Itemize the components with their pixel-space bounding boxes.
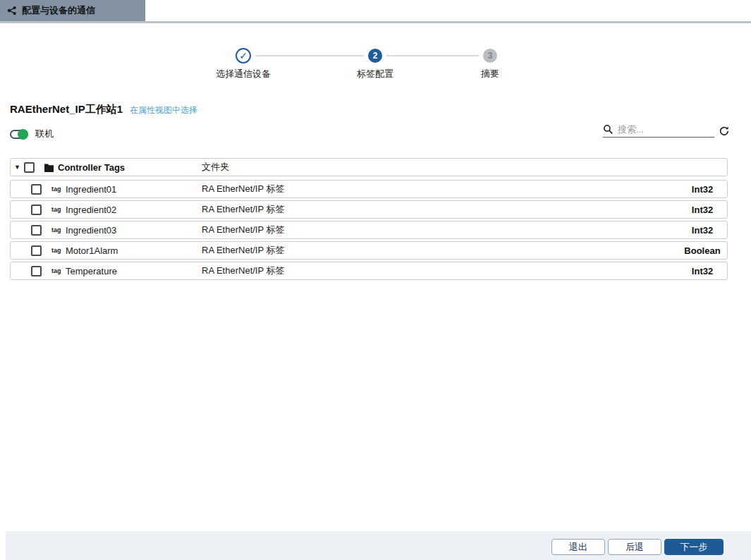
tag-name: Temperature [66,262,117,279]
tag-row[interactable]: tag Motor1Alarm RA EtherNet/IP 标签 Boolea… [10,241,728,260]
tag-checkbox[interactable] [31,184,42,195]
tag-name: Ingredient03 [66,221,116,238]
search-input[interactable] [618,124,714,135]
step-3-number: 3 [488,51,493,61]
check-icon: ✓ [239,50,248,61]
tag-checkbox[interactable] [31,245,42,256]
select-in-properties-link[interactable]: 在属性视图中选择 [130,104,197,116]
search-icon [603,124,613,135]
wizard-page: 配置与设备的通信 ✓ 2 3 选择通信设备 标签配置 摘要 RAEtherNet… [0,0,751,560]
step-2-number: 2 [373,51,378,61]
step-3-circle-upcoming: 3 [483,49,497,63]
tab-device-communication[interactable]: 配置与设备的通信 [0,0,145,21]
tag-datatype: Int32 [657,221,748,238]
tag-type: RA EtherNet/IP 标签 [202,262,285,279]
tag-checkbox[interactable] [31,205,42,215]
tag-row[interactable]: tag Ingredient02 RA EtherNet/IP 标签 Int32 [10,200,728,219]
folder-name: Controller Tags [58,159,125,176]
tag-type: RA EtherNet/IP 标签 [202,221,285,238]
refresh-icon [719,126,731,137]
tag-icon: tag [51,221,61,238]
toggle-knob [18,129,28,140]
next-button[interactable]: 下一步 [664,539,723,555]
step-1-label: 选择通信设备 [216,68,271,80]
tag-checkbox[interactable] [31,266,42,276]
tag-icon: tag [51,262,61,279]
tag-name: Motor1Alarm [66,242,118,259]
caret-down-icon[interactable]: ▼ [14,159,20,176]
tag-icon: tag [51,242,61,259]
tag-datatype: Int32 [657,201,748,218]
tag-row[interactable]: tag Ingredient01 RA EtherNet/IP 标签 Int32 [10,180,728,198]
tag-type: RA EtherNet/IP 标签 [202,242,285,259]
tag-name: Ingredient02 [66,201,116,218]
step-3-label: 摘要 [481,68,499,80]
tag-datatype: Boolean [657,242,748,259]
tag-datatype: Int32 [657,181,748,197]
online-toggle-row: 联机 [10,128,54,140]
tag-row[interactable]: tag Ingredient03 RA EtherNet/IP 标签 Int32 [10,221,728,239]
tag-datatype: Int32 [657,262,748,279]
step-2-label: 标签配置 [357,68,393,80]
back-button[interactable]: 后退 [608,539,661,555]
tag-row[interactable]: tag Temperature RA EtherNet/IP 标签 Int32 [10,262,728,280]
folder-icon [44,159,54,176]
exit-button[interactable]: 退出 [551,539,605,555]
tag-icon: tag [51,181,61,197]
network-icon [7,6,17,16]
online-toggle[interactable] [10,130,28,139]
folder-checkbox[interactable] [24,162,35,173]
refresh-button[interactable] [719,125,731,138]
station-title: RAEtherNet_IP工作站1 [10,103,123,116]
station-header: RAEtherNet_IP工作站1 在属性视图中选择 [10,103,197,116]
tag-icon: tag [51,201,61,218]
folder-row[interactable]: ▼ Controller Tags 文件夹 [10,158,728,176]
step-1-circle-completed: ✓ [236,48,251,63]
step-2-circle-active: 2 [368,49,382,63]
tab-underline [0,21,751,23]
search-box [603,124,714,138]
tag-type: RA EtherNet/IP 标签 [202,181,285,197]
tag-type: RA EtherNet/IP 标签 [202,201,285,218]
folder-type: 文件夹 [202,159,229,176]
tab-title: 配置与设备的通信 [22,4,95,17]
online-label: 联机 [35,128,54,140]
step-connector-2 [386,55,479,56]
step-connector-1 [255,55,364,56]
tag-checkbox[interactable] [31,225,42,236]
tag-name: Ingredient01 [66,181,116,197]
